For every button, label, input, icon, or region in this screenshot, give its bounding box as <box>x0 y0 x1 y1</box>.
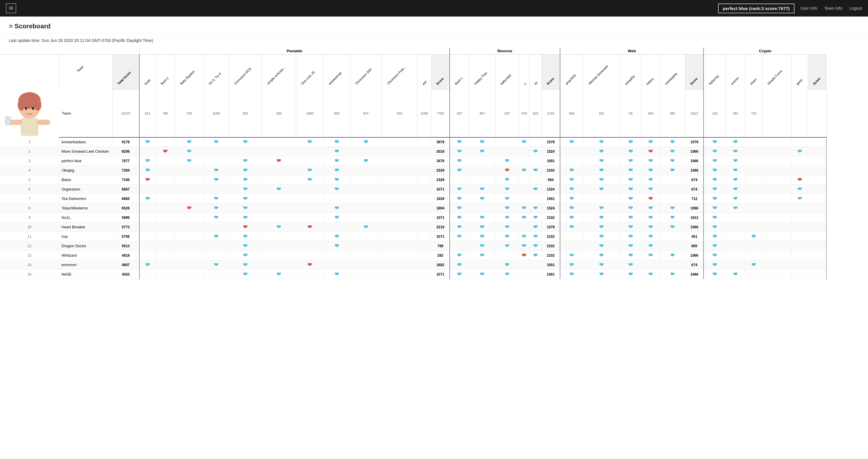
reverse-flag-4 <box>529 222 541 232</box>
web-score-cell: 1579 <box>685 137 704 147</box>
web-flag-0 <box>560 213 583 222</box>
team-name-cell: koreanbadass <box>59 137 112 147</box>
crypto-flag-4 <box>792 175 808 185</box>
crypto-flag-3 <box>762 166 792 175</box>
crypto-flag-4 <box>792 185 808 194</box>
flag-icon <box>628 225 633 228</box>
crypto-flag-3 <box>762 270 792 279</box>
pwnable-flag-6 <box>296 232 323 241</box>
pwnable-score-cell: 282 <box>431 251 450 260</box>
crypto-flag-0 <box>704 213 726 222</box>
reverse-flag-1 <box>469 204 495 213</box>
crypto-flag-0 <box>704 270 726 279</box>
pwnable-flag-7 <box>323 251 350 260</box>
max-gene <box>792 90 808 137</box>
flag-icon <box>649 159 653 162</box>
reverse-flag-0 <box>450 204 469 213</box>
web-category: Web <box>560 48 704 55</box>
reverse-flag-0 <box>450 185 469 194</box>
user-info-link[interactable]: User Info <box>800 6 817 11</box>
total-score-cell: 7354 <box>112 166 140 175</box>
pwnable-flag-4 <box>229 204 262 213</box>
flag-icon <box>649 178 653 181</box>
web-flag-0 <box>560 194 583 204</box>
web-flag-2 <box>620 251 642 260</box>
flag-icon <box>335 140 339 143</box>
pwnable-score-cell: 2329 <box>431 175 450 185</box>
pwnable-score-cell: 789 <box>431 241 450 251</box>
pwnable-flag-5 <box>261 166 296 175</box>
rank-cell: 11 <box>0 232 59 241</box>
crypto-flag-2 <box>745 147 762 156</box>
crypto-flag-1 <box>726 204 745 213</box>
flag-icon <box>649 188 653 190</box>
crypto-flag-1 <box>726 137 745 147</box>
logo-button[interactable]: ✉ <box>6 3 16 13</box>
web-flag-2 <box>620 156 642 166</box>
pwnable-flag-3 <box>204 270 229 279</box>
pwnable-score-cell: 1071 <box>431 213 450 222</box>
pwnable-flag-8 <box>350 213 382 222</box>
pwnable-flag-8 <box>350 222 382 232</box>
crypto-flag-4 <box>792 232 808 241</box>
pwnable-flag-9 <box>382 204 417 213</box>
crypto-flag-0 <box>704 137 726 147</box>
web-flag-4 <box>659 222 685 232</box>
flag-icon <box>243 225 247 228</box>
max-flash2: 785 <box>156 90 175 137</box>
pwnable-flag-6 <box>296 260 323 270</box>
web-flag-2 <box>620 204 642 213</box>
reverse-flag-3 <box>519 270 529 279</box>
flag-icon <box>505 225 509 228</box>
pwnable-flag-5 <box>261 213 296 222</box>
table-row: 9Nu1L5995107121021912 <box>0 213 826 222</box>
reverse-flag-4 <box>529 204 541 213</box>
pwnable-flag-5 <box>261 260 296 270</box>
web-score-cell: 1066 <box>685 251 704 260</box>
pwnable-flag-7 <box>323 175 350 185</box>
flag-icon <box>628 178 633 181</box>
reverse-flag-1 <box>469 175 495 185</box>
crypto-flag-2 <box>745 222 762 232</box>
reverse-score-cell: 1579 <box>541 222 560 232</box>
reverse-flag-4 <box>529 156 541 166</box>
reverse-score-cell: 2102 <box>541 213 560 222</box>
flag-icon <box>713 254 717 257</box>
flag-icon <box>480 254 484 257</box>
pwnable-flag-6 <box>296 204 323 213</box>
reverse-score-cell: 1524 <box>541 147 560 156</box>
pwnable-flag-10 <box>417 194 431 204</box>
web-flag-4 <box>659 166 685 175</box>
pwnable-score-cell: 2218 <box>431 222 450 232</box>
web-flag-0 <box>560 137 583 147</box>
total-score-cell: 5995 <box>112 213 140 222</box>
max-duet: 611 <box>140 90 156 137</box>
web-score-cell: 1066 <box>685 166 704 175</box>
total-score-cell: 6867 <box>112 185 140 194</box>
flag-icon <box>713 188 717 190</box>
web-flag-3 <box>642 194 660 204</box>
flag-icon <box>628 207 633 209</box>
pwnable-flag-10 <box>417 204 431 213</box>
svg-point-4 <box>25 107 27 110</box>
logout-link[interactable]: Logout <box>849 6 862 11</box>
flag-icon <box>628 263 633 266</box>
rank-cell: 12 <box>0 241 59 251</box>
crypto-flag-0 <box>704 166 726 175</box>
team-info-link[interactable]: Team Info <box>824 6 842 11</box>
pwnable-flag-0 <box>140 185 156 194</box>
web-flag-3 <box>642 270 660 279</box>
total-score-cell: 9178 <box>112 137 140 147</box>
pwnable-flag-9 <box>382 175 417 185</box>
flag-icon <box>522 207 526 209</box>
team-name-cell: Whitzard <box>59 251 112 260</box>
col-w: W <box>529 55 541 90</box>
web-flag-1 <box>583 241 620 251</box>
pwnable-flag-1 <box>156 156 175 166</box>
reverse-flag-1 <box>469 241 495 251</box>
col-amp2020: amp2020 <box>560 55 583 90</box>
total-score-cell: 8206 <box>112 147 140 156</box>
flag-icon <box>522 216 526 219</box>
flag-icon <box>243 263 247 266</box>
pwnable-flag-7 <box>323 204 350 213</box>
